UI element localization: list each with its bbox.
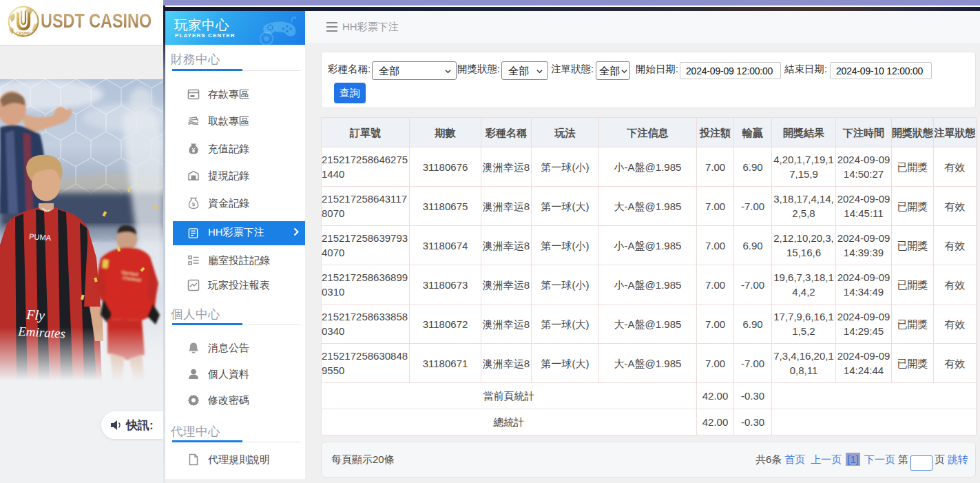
svg-text:PUMA: PUMA	[29, 232, 52, 242]
svg-text:CASINO: CASINO	[16, 31, 31, 35]
svg-text:Fly: Fly	[25, 307, 45, 323]
svg-text:$: $	[192, 201, 196, 207]
